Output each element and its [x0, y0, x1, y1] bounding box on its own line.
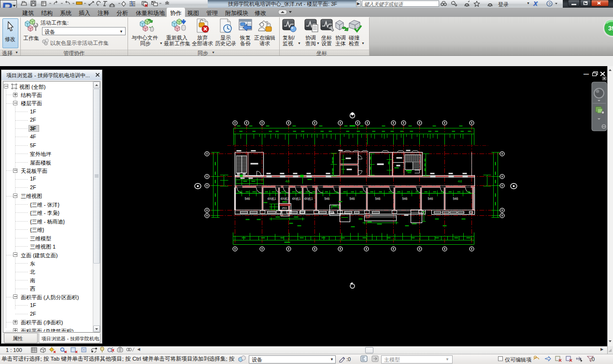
svg-text:546: 546	[375, 197, 381, 200]
svg-text:546: 546	[350, 197, 355, 200]
svg-text:4X机1: 4X机1	[268, 197, 276, 200]
svg-text:546: 546	[402, 197, 408, 200]
svg-text:546: 546	[245, 197, 250, 200]
svg-text:546: 546	[428, 197, 433, 200]
svg-text:48: 48	[285, 179, 290, 183]
svg-text:546: 546	[453, 197, 458, 200]
svg-text:546: 546	[325, 197, 330, 200]
svg-text:4X机1: 4X机1	[304, 197, 313, 200]
svg-text:39: 39	[608, 25, 613, 32]
svg-text:?: ?	[548, 1, 551, 6]
svg-text:4X机1: 4X机1	[281, 197, 289, 200]
svg-text:48: 48	[458, 179, 462, 183]
svg-text:253: 253	[282, 207, 287, 210]
svg-text:4X机1: 4X机1	[292, 197, 301, 200]
